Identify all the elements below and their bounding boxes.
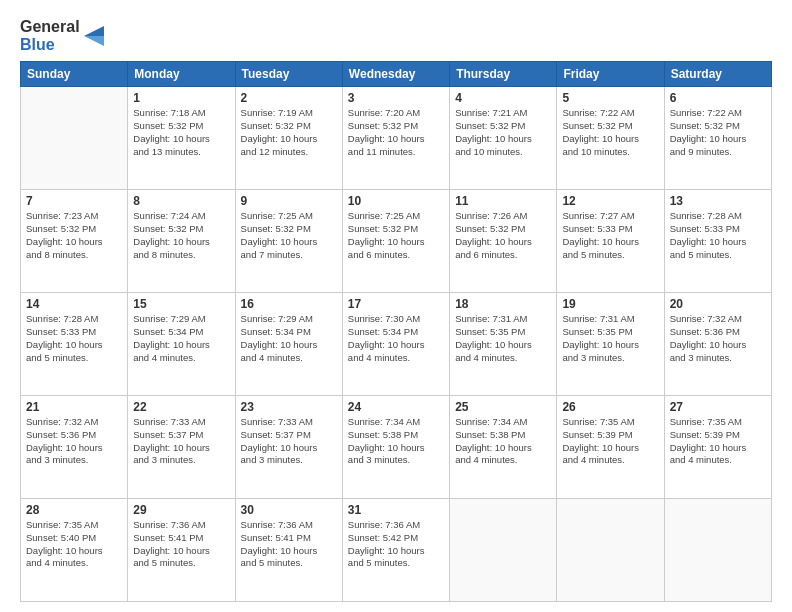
day-info: Sunrise: 7:32 AM Sunset: 5:36 PM Dayligh… — [670, 313, 766, 364]
day-of-week-header: Monday — [128, 62, 235, 87]
calendar-day-cell: 17Sunrise: 7:30 AM Sunset: 5:34 PM Dayli… — [342, 293, 449, 396]
day-number: 29 — [133, 503, 229, 517]
day-info: Sunrise: 7:21 AM Sunset: 5:32 PM Dayligh… — [455, 107, 551, 158]
calendar-table: SundayMondayTuesdayWednesdayThursdayFrid… — [20, 61, 772, 602]
calendar-day-cell: 13Sunrise: 7:28 AM Sunset: 5:33 PM Dayli… — [664, 190, 771, 293]
page: General Blue SundayMondayTuesdayWednesda… — [0, 0, 792, 612]
day-number: 5 — [562, 91, 658, 105]
day-info: Sunrise: 7:36 AM Sunset: 5:42 PM Dayligh… — [348, 519, 444, 570]
day-number: 9 — [241, 194, 337, 208]
day-number: 28 — [26, 503, 122, 517]
calendar-day-cell: 27Sunrise: 7:35 AM Sunset: 5:39 PM Dayli… — [664, 396, 771, 499]
day-info: Sunrise: 7:33 AM Sunset: 5:37 PM Dayligh… — [133, 416, 229, 467]
day-info: Sunrise: 7:19 AM Sunset: 5:32 PM Dayligh… — [241, 107, 337, 158]
day-number: 6 — [670, 91, 766, 105]
calendar-day-cell — [21, 87, 128, 190]
day-info: Sunrise: 7:20 AM Sunset: 5:32 PM Dayligh… — [348, 107, 444, 158]
calendar-week-row: 14Sunrise: 7:28 AM Sunset: 5:33 PM Dayli… — [21, 293, 772, 396]
day-number: 18 — [455, 297, 551, 311]
day-number: 20 — [670, 297, 766, 311]
calendar-day-cell: 12Sunrise: 7:27 AM Sunset: 5:33 PM Dayli… — [557, 190, 664, 293]
calendar-week-row: 28Sunrise: 7:35 AM Sunset: 5:40 PM Dayli… — [21, 499, 772, 602]
calendar-day-cell: 5Sunrise: 7:22 AM Sunset: 5:32 PM Daylig… — [557, 87, 664, 190]
calendar-day-cell: 18Sunrise: 7:31 AM Sunset: 5:35 PM Dayli… — [450, 293, 557, 396]
logo: General Blue — [20, 18, 104, 53]
calendar-day-cell: 3Sunrise: 7:20 AM Sunset: 5:32 PM Daylig… — [342, 87, 449, 190]
day-info: Sunrise: 7:22 AM Sunset: 5:32 PM Dayligh… — [670, 107, 766, 158]
day-number: 25 — [455, 400, 551, 414]
calendar-day-cell: 26Sunrise: 7:35 AM Sunset: 5:39 PM Dayli… — [557, 396, 664, 499]
day-of-week-header: Tuesday — [235, 62, 342, 87]
calendar-week-row: 1Sunrise: 7:18 AM Sunset: 5:32 PM Daylig… — [21, 87, 772, 190]
calendar-day-cell — [664, 499, 771, 602]
day-of-week-header: Sunday — [21, 62, 128, 87]
day-info: Sunrise: 7:31 AM Sunset: 5:35 PM Dayligh… — [562, 313, 658, 364]
calendar-day-cell: 14Sunrise: 7:28 AM Sunset: 5:33 PM Dayli… — [21, 293, 128, 396]
svg-marker-1 — [84, 36, 104, 46]
day-number: 17 — [348, 297, 444, 311]
day-number: 27 — [670, 400, 766, 414]
day-number: 19 — [562, 297, 658, 311]
day-number: 2 — [241, 91, 337, 105]
calendar-header: SundayMondayTuesdayWednesdayThursdayFrid… — [21, 62, 772, 87]
logo-general: General — [20, 18, 80, 36]
calendar-day-cell: 25Sunrise: 7:34 AM Sunset: 5:38 PM Dayli… — [450, 396, 557, 499]
calendar-day-cell: 28Sunrise: 7:35 AM Sunset: 5:40 PM Dayli… — [21, 499, 128, 602]
day-info: Sunrise: 7:28 AM Sunset: 5:33 PM Dayligh… — [26, 313, 122, 364]
day-info: Sunrise: 7:36 AM Sunset: 5:41 PM Dayligh… — [133, 519, 229, 570]
calendar-day-cell: 15Sunrise: 7:29 AM Sunset: 5:34 PM Dayli… — [128, 293, 235, 396]
day-number: 23 — [241, 400, 337, 414]
calendar-day-cell — [450, 499, 557, 602]
day-number: 26 — [562, 400, 658, 414]
day-number: 21 — [26, 400, 122, 414]
day-info: Sunrise: 7:28 AM Sunset: 5:33 PM Dayligh… — [670, 210, 766, 261]
calendar-day-cell: 30Sunrise: 7:36 AM Sunset: 5:41 PM Dayli… — [235, 499, 342, 602]
day-of-week-header: Thursday — [450, 62, 557, 87]
day-info: Sunrise: 7:26 AM Sunset: 5:32 PM Dayligh… — [455, 210, 551, 261]
day-info: Sunrise: 7:25 AM Sunset: 5:32 PM Dayligh… — [241, 210, 337, 261]
day-info: Sunrise: 7:27 AM Sunset: 5:33 PM Dayligh… — [562, 210, 658, 261]
day-number: 30 — [241, 503, 337, 517]
day-number: 15 — [133, 297, 229, 311]
day-number: 7 — [26, 194, 122, 208]
day-number: 24 — [348, 400, 444, 414]
calendar-day-cell: 19Sunrise: 7:31 AM Sunset: 5:35 PM Dayli… — [557, 293, 664, 396]
day-number: 22 — [133, 400, 229, 414]
day-info: Sunrise: 7:35 AM Sunset: 5:40 PM Dayligh… — [26, 519, 122, 570]
day-info: Sunrise: 7:36 AM Sunset: 5:41 PM Dayligh… — [241, 519, 337, 570]
calendar-day-cell: 2Sunrise: 7:19 AM Sunset: 5:32 PM Daylig… — [235, 87, 342, 190]
calendar-day-cell: 9Sunrise: 7:25 AM Sunset: 5:32 PM Daylig… — [235, 190, 342, 293]
day-number: 31 — [348, 503, 444, 517]
day-number: 11 — [455, 194, 551, 208]
day-number: 10 — [348, 194, 444, 208]
day-info: Sunrise: 7:30 AM Sunset: 5:34 PM Dayligh… — [348, 313, 444, 364]
day-number: 1 — [133, 91, 229, 105]
calendar-day-cell: 1Sunrise: 7:18 AM Sunset: 5:32 PM Daylig… — [128, 87, 235, 190]
header: General Blue — [20, 18, 772, 53]
day-info: Sunrise: 7:18 AM Sunset: 5:32 PM Dayligh… — [133, 107, 229, 158]
day-of-week-header: Wednesday — [342, 62, 449, 87]
calendar-day-cell: 11Sunrise: 7:26 AM Sunset: 5:32 PM Dayli… — [450, 190, 557, 293]
logo-blue: Blue — [20, 36, 80, 54]
day-info: Sunrise: 7:31 AM Sunset: 5:35 PM Dayligh… — [455, 313, 551, 364]
day-number: 3 — [348, 91, 444, 105]
day-info: Sunrise: 7:35 AM Sunset: 5:39 PM Dayligh… — [562, 416, 658, 467]
calendar-day-cell: 21Sunrise: 7:32 AM Sunset: 5:36 PM Dayli… — [21, 396, 128, 499]
day-number: 8 — [133, 194, 229, 208]
header-row: SundayMondayTuesdayWednesdayThursdayFrid… — [21, 62, 772, 87]
calendar-day-cell: 22Sunrise: 7:33 AM Sunset: 5:37 PM Dayli… — [128, 396, 235, 499]
day-number: 12 — [562, 194, 658, 208]
day-of-week-header: Friday — [557, 62, 664, 87]
calendar-week-row: 21Sunrise: 7:32 AM Sunset: 5:36 PM Dayli… — [21, 396, 772, 499]
day-info: Sunrise: 7:23 AM Sunset: 5:32 PM Dayligh… — [26, 210, 122, 261]
calendar-week-row: 7Sunrise: 7:23 AM Sunset: 5:32 PM Daylig… — [21, 190, 772, 293]
calendar-day-cell — [557, 499, 664, 602]
svg-marker-0 — [84, 26, 104, 36]
calendar-day-cell: 8Sunrise: 7:24 AM Sunset: 5:32 PM Daylig… — [128, 190, 235, 293]
day-info: Sunrise: 7:32 AM Sunset: 5:36 PM Dayligh… — [26, 416, 122, 467]
day-number: 14 — [26, 297, 122, 311]
day-of-week-header: Saturday — [664, 62, 771, 87]
day-info: Sunrise: 7:29 AM Sunset: 5:34 PM Dayligh… — [241, 313, 337, 364]
day-number: 4 — [455, 91, 551, 105]
calendar-day-cell: 23Sunrise: 7:33 AM Sunset: 5:37 PM Dayli… — [235, 396, 342, 499]
